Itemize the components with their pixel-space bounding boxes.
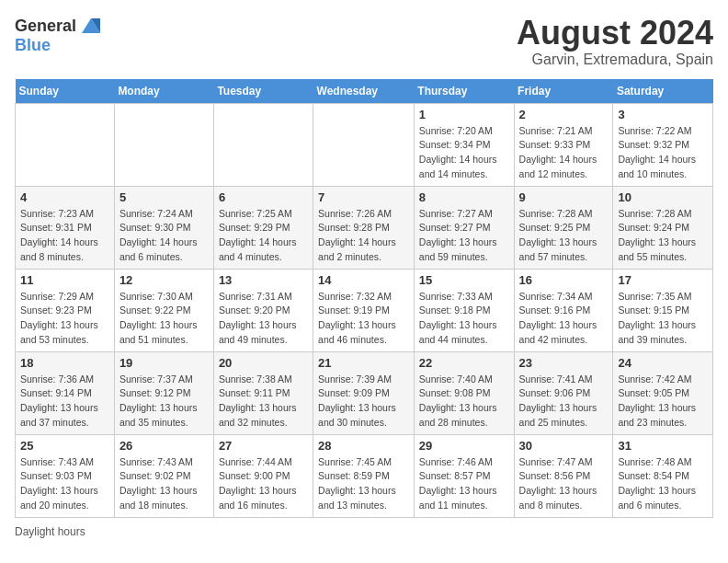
day-info: Sunrise: 7:25 AMSunset: 9:29 PMDaylight:…	[219, 207, 308, 265]
calendar-cell: 3 Sunrise: 7:22 AMSunset: 9:32 PMDayligh…	[613, 103, 713, 186]
calendar-week-row: 25 Sunrise: 7:43 AMSunset: 9:03 PMDaylig…	[16, 434, 713, 517]
calendar-day-header: Sunday	[16, 79, 115, 104]
calendar-cell: 31 Sunrise: 7:48 AMSunset: 8:54 PMDaylig…	[613, 434, 713, 517]
title-section: August 2024 Garvin, Extremadura, Spain	[517, 15, 713, 68]
day-number: 9	[519, 190, 609, 204]
logo-blue: Blue	[15, 37, 100, 53]
day-number: 30	[519, 439, 609, 453]
day-number: 26	[119, 439, 209, 453]
calendar-cell	[16, 103, 115, 186]
day-info: Sunrise: 7:39 AMSunset: 9:09 PMDaylight:…	[318, 373, 409, 431]
calendar-cell: 23 Sunrise: 7:41 AMSunset: 9:06 PMDaylig…	[514, 351, 613, 434]
day-info: Sunrise: 7:43 AMSunset: 9:02 PMDaylight:…	[119, 455, 209, 513]
day-info: Sunrise: 7:38 AMSunset: 9:11 PMDaylight:…	[219, 373, 308, 431]
calendar-cell: 6 Sunrise: 7:25 AMSunset: 9:29 PMDayligh…	[213, 186, 313, 269]
day-info: Sunrise: 7:31 AMSunset: 9:20 PMDaylight:…	[219, 290, 308, 348]
day-info: Sunrise: 7:32 AMSunset: 9:19 PMDaylight:…	[318, 290, 409, 348]
calendar-week-row: 1 Sunrise: 7:20 AMSunset: 9:34 PMDayligh…	[16, 103, 713, 186]
day-number: 3	[618, 108, 708, 121]
month-title: August 2024	[517, 15, 713, 52]
calendar-cell: 2 Sunrise: 7:21 AMSunset: 9:33 PMDayligh…	[514, 103, 613, 186]
day-info: Sunrise: 7:35 AMSunset: 9:15 PMDaylight:…	[618, 290, 708, 348]
day-info: Sunrise: 7:29 AMSunset: 9:23 PMDaylight:…	[20, 290, 109, 348]
calendar-cell	[313, 103, 415, 186]
day-number: 13	[219, 273, 308, 287]
day-number: 14	[318, 273, 409, 287]
page-header: General Blue August 2024 Garvin, Extrema…	[15, 15, 713, 68]
calendar-cell: 12 Sunrise: 7:30 AMSunset: 9:22 PMDaylig…	[114, 269, 213, 351]
day-number: 6	[219, 190, 308, 204]
calendar-day-header: Friday	[514, 79, 613, 104]
day-number: 25	[20, 439, 109, 453]
calendar-week-row: 4 Sunrise: 7:23 AMSunset: 9:31 PMDayligh…	[16, 186, 713, 269]
calendar-day-header: Saturday	[613, 79, 713, 104]
calendar-cell: 10 Sunrise: 7:28 AMSunset: 9:24 PMDaylig…	[613, 186, 713, 269]
day-info: Sunrise: 7:44 AMSunset: 9:00 PMDaylight:…	[219, 455, 308, 513]
day-info: Sunrise: 7:40 AMSunset: 9:08 PMDaylight:…	[419, 373, 509, 431]
calendar-week-row: 18 Sunrise: 7:36 AMSunset: 9:14 PMDaylig…	[16, 351, 713, 434]
day-info: Sunrise: 7:45 AMSunset: 8:59 PMDaylight:…	[318, 455, 409, 513]
calendar-cell: 4 Sunrise: 7:23 AMSunset: 9:31 PMDayligh…	[16, 186, 115, 269]
day-info: Sunrise: 7:36 AMSunset: 9:14 PMDaylight:…	[20, 373, 109, 431]
calendar-cell: 20 Sunrise: 7:38 AMSunset: 9:11 PMDaylig…	[213, 351, 313, 434]
day-number: 28	[318, 439, 409, 453]
day-number: 24	[618, 356, 708, 370]
calendar-week-row: 11 Sunrise: 7:29 AMSunset: 9:23 PMDaylig…	[16, 269, 713, 351]
day-info: Sunrise: 7:48 AMSunset: 8:54 PMDaylight:…	[618, 455, 708, 513]
day-number: 10	[618, 190, 708, 204]
day-number: 22	[419, 356, 509, 370]
calendar-cell: 24 Sunrise: 7:42 AMSunset: 9:05 PMDaylig…	[613, 351, 713, 434]
day-number: 31	[618, 439, 708, 453]
day-number: 21	[318, 356, 409, 370]
day-info: Sunrise: 7:27 AMSunset: 9:27 PMDaylight:…	[419, 207, 509, 265]
calendar-cell: 8 Sunrise: 7:27 AMSunset: 9:27 PMDayligh…	[414, 186, 514, 269]
day-number: 8	[419, 190, 509, 204]
calendar-cell: 5 Sunrise: 7:24 AMSunset: 9:30 PMDayligh…	[114, 186, 213, 269]
day-number: 19	[119, 356, 209, 370]
calendar-cell: 17 Sunrise: 7:35 AMSunset: 9:15 PMDaylig…	[613, 269, 713, 351]
calendar-cell: 26 Sunrise: 7:43 AMSunset: 9:02 PMDaylig…	[114, 434, 213, 517]
day-number: 1	[419, 108, 509, 121]
day-info: Sunrise: 7:47 AMSunset: 8:56 PMDaylight:…	[519, 455, 609, 513]
day-info: Sunrise: 7:20 AMSunset: 9:34 PMDaylight:…	[419, 124, 509, 182]
calendar-cell	[114, 103, 213, 186]
day-number: 27	[219, 439, 308, 453]
logo-icon	[78, 15, 100, 37]
calendar-day-header: Monday	[114, 79, 213, 104]
calendar-cell: 9 Sunrise: 7:28 AMSunset: 9:25 PMDayligh…	[514, 186, 613, 269]
calendar-cell: 27 Sunrise: 7:44 AMSunset: 9:00 PMDaylig…	[213, 434, 313, 517]
day-info: Sunrise: 7:23 AMSunset: 9:31 PMDaylight:…	[20, 207, 109, 265]
day-number: 11	[20, 273, 109, 287]
day-number: 7	[318, 190, 409, 204]
calendar-day-header: Wednesday	[313, 79, 415, 104]
day-info: Sunrise: 7:30 AMSunset: 9:22 PMDaylight:…	[119, 290, 209, 348]
day-info: Sunrise: 7:22 AMSunset: 9:32 PMDaylight:…	[618, 124, 708, 182]
day-info: Sunrise: 7:28 AMSunset: 9:25 PMDaylight:…	[519, 207, 609, 265]
footer-note: Daylight hours	[15, 525, 713, 538]
day-number: 4	[20, 190, 109, 204]
logo: General Blue	[15, 15, 100, 53]
calendar-cell: 30 Sunrise: 7:47 AMSunset: 8:56 PMDaylig…	[514, 434, 613, 517]
calendar-cell: 22 Sunrise: 7:40 AMSunset: 9:08 PMDaylig…	[414, 351, 514, 434]
day-info: Sunrise: 7:46 AMSunset: 8:57 PMDaylight:…	[419, 455, 509, 513]
day-info: Sunrise: 7:37 AMSunset: 9:12 PMDaylight:…	[119, 373, 209, 431]
day-number: 16	[519, 273, 609, 287]
calendar-cell: 15 Sunrise: 7:33 AMSunset: 9:18 PMDaylig…	[414, 269, 514, 351]
calendar-cell: 14 Sunrise: 7:32 AMSunset: 9:19 PMDaylig…	[313, 269, 415, 351]
calendar-cell	[213, 103, 313, 186]
day-number: 20	[219, 356, 308, 370]
calendar-cell: 13 Sunrise: 7:31 AMSunset: 9:20 PMDaylig…	[213, 269, 313, 351]
day-info: Sunrise: 7:41 AMSunset: 9:06 PMDaylight:…	[519, 373, 609, 431]
calendar-day-header: Thursday	[414, 79, 514, 104]
day-number: 15	[419, 273, 509, 287]
calendar-cell: 29 Sunrise: 7:46 AMSunset: 8:57 PMDaylig…	[414, 434, 514, 517]
day-number: 17	[618, 273, 708, 287]
day-info: Sunrise: 7:26 AMSunset: 9:28 PMDaylight:…	[318, 207, 409, 265]
calendar-table: SundayMondayTuesdayWednesdayThursdayFrid…	[15, 79, 713, 518]
calendar-cell: 25 Sunrise: 7:43 AMSunset: 9:03 PMDaylig…	[16, 434, 115, 517]
location: Garvin, Extremadura, Spain	[517, 52, 713, 68]
calendar-cell: 18 Sunrise: 7:36 AMSunset: 9:14 PMDaylig…	[16, 351, 115, 434]
day-number: 23	[519, 356, 609, 370]
day-info: Sunrise: 7:34 AMSunset: 9:16 PMDaylight:…	[519, 290, 609, 348]
day-info: Sunrise: 7:24 AMSunset: 9:30 PMDaylight:…	[119, 207, 209, 265]
